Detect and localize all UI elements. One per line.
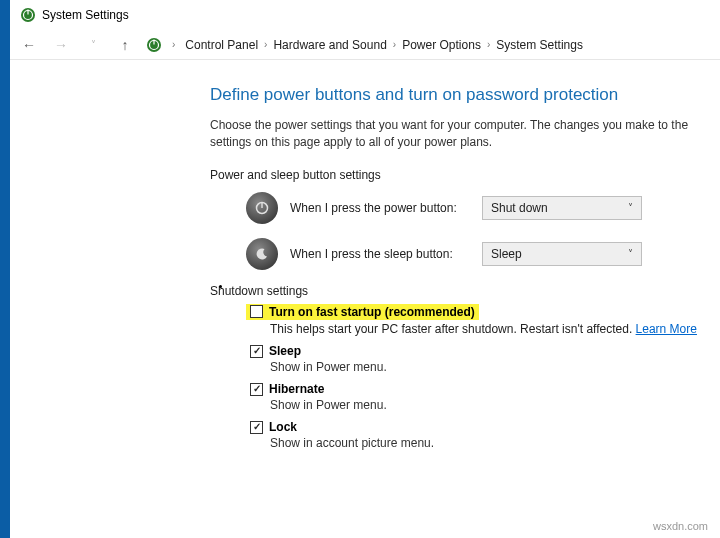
nav-back-icon[interactable]: ← xyxy=(18,34,40,56)
nav-forward-icon: → xyxy=(50,34,72,56)
fast-startup-desc: This helps start your PC faster after sh… xyxy=(270,322,636,336)
page-description: Choose the power settings that you want … xyxy=(210,117,710,152)
sleep-button-select[interactable]: Sleep ˅ xyxy=(482,242,642,266)
crumb-control-panel[interactable]: Control Panel xyxy=(185,38,258,52)
power-options-icon xyxy=(20,7,36,23)
watermark: wsxdn.com xyxy=(653,520,708,532)
lock-desc: Show in account picture menu. xyxy=(270,436,720,450)
chevron-down-icon: ˅ xyxy=(628,248,633,259)
fast-startup-label: Turn on fast startup (recommended) xyxy=(269,305,475,319)
power-button-icon xyxy=(246,192,278,224)
hibernate-checkbox[interactable] xyxy=(250,383,263,396)
fast-startup-checkbox[interactable] xyxy=(250,305,263,318)
lock-label: Lock xyxy=(269,420,297,434)
hibernate-desc: Show in Power menu. xyxy=(270,398,720,412)
crumb-power[interactable]: Power Options xyxy=(402,38,481,52)
window-title: System Settings xyxy=(42,8,129,22)
section-power-sleep: Power and sleep button settings xyxy=(210,168,720,182)
page-title: Define power buttons and turn on passwor… xyxy=(210,85,720,105)
section-shutdown: Shutdown settings xyxy=(210,284,720,298)
hibernate-label: Hibernate xyxy=(269,382,324,396)
sleep-button-label: When I press the sleep button: xyxy=(290,247,470,261)
power-button-select[interactable]: Shut down ˅ xyxy=(482,196,642,220)
crumb-system-settings[interactable]: System Settings xyxy=(496,38,583,52)
nav-recent-icon[interactable]: ˅ xyxy=(82,34,104,56)
svg-rect-5 xyxy=(153,39,154,44)
lock-checkbox[interactable] xyxy=(250,421,263,434)
chevron-down-icon: ˅ xyxy=(628,202,633,213)
sleep-label: Sleep xyxy=(269,344,301,358)
nav-up-icon[interactable]: ↑ xyxy=(114,34,136,56)
sleep-button-icon xyxy=(246,238,278,270)
power-button-label: When I press the power button: xyxy=(290,201,470,215)
learn-more-link[interactable]: Learn More xyxy=(636,322,697,336)
crumb-hardware[interactable]: Hardware and Sound xyxy=(273,38,386,52)
sleep-checkbox[interactable] xyxy=(250,345,263,358)
breadcrumb[interactable]: Control Panel› Hardware and Sound› Power… xyxy=(185,38,583,52)
svg-rect-7 xyxy=(261,202,262,208)
svg-rect-2 xyxy=(27,10,28,15)
path-icon xyxy=(146,37,162,53)
sleep-desc: Show in Power menu. xyxy=(270,360,720,374)
decoration-dot xyxy=(219,285,222,288)
